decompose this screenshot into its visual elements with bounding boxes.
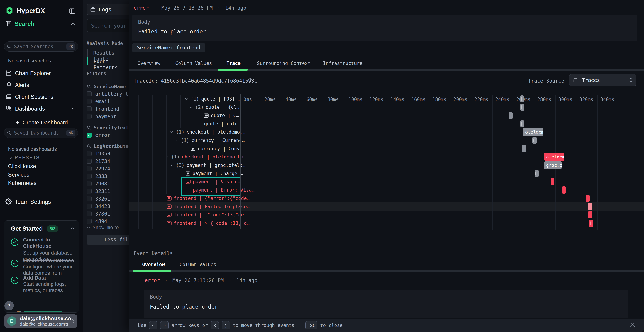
sidebar-item-clickhouse[interactable]: ClickHouse bbox=[8, 163, 36, 170]
filter-item[interactable]: 2333 bbox=[86, 172, 132, 180]
span-bar[interactable] bbox=[562, 186, 566, 194]
saved-dashboards-input[interactable]: Saved Dashboards ⌘K bbox=[4, 128, 78, 138]
span-tree-row[interactable]: frontend | {"error":{"code… bbox=[167, 194, 250, 202]
checkbox[interactable] bbox=[86, 196, 92, 201]
mode-event-patterns[interactable]: Event Patterns bbox=[94, 59, 132, 70]
event-details-tab-column-values[interactable]: Column Values bbox=[180, 262, 216, 267]
span-tree-row[interactable]: payment | Charge … bbox=[185, 170, 243, 178]
span-bar-labeled[interactable]: grpc.o bbox=[544, 161, 562, 169]
chevron-down-icon[interactable] bbox=[8, 157, 12, 160]
tab-trace[interactable]: Trace bbox=[226, 60, 240, 66]
span-bar[interactable] bbox=[520, 104, 524, 111]
span-bar[interactable] bbox=[520, 120, 524, 127]
span-tree-row[interactable]: frontend | {"code":13,"det… bbox=[167, 211, 250, 219]
collapse-sidebar-icon[interactable] bbox=[69, 8, 76, 14]
close-icon[interactable] bbox=[629, 321, 636, 328]
span-bar-labeled[interactable]: oteldem bbox=[544, 153, 564, 161]
span-tree-row[interactable]: (3)payment | grpc.oteld… bbox=[170, 161, 246, 169]
filter-item[interactable]: artillery-loa bbox=[86, 90, 132, 98]
tab-column-values[interactable]: Column Values bbox=[175, 60, 212, 66]
checkbox[interactable] bbox=[86, 99, 92, 104]
show-more-button[interactable]: Show more bbox=[86, 225, 119, 230]
checkbox[interactable] bbox=[86, 114, 92, 119]
span-bar[interactable] bbox=[588, 203, 592, 210]
span-tree-row[interactable]: payment | Visa ca… bbox=[186, 178, 243, 186]
span-tree-row[interactable]: currency | Conv… bbox=[190, 144, 242, 153]
sidebar-item-dashboards[interactable]: Dashboards bbox=[15, 106, 45, 112]
filter-item[interactable]: 22974 bbox=[86, 165, 132, 172]
chevron-up-icon[interactable] bbox=[70, 227, 74, 230]
span-tree-row-selected[interactable]: frontend | Failed to place… bbox=[167, 202, 250, 211]
checkbox[interactable] bbox=[86, 159, 92, 164]
span-bar[interactable] bbox=[588, 211, 592, 218]
filter-item[interactable]: 34423 bbox=[86, 202, 132, 210]
filter-item[interactable]: payment bbox=[86, 113, 132, 120]
filter-group-header[interactable]: LogAttributes bbox=[86, 142, 132, 150]
checkbox[interactable] bbox=[86, 166, 92, 171]
span-bar[interactable] bbox=[520, 95, 524, 102]
span-bar[interactable] bbox=[586, 195, 590, 202]
chevron-up-icon[interactable] bbox=[71, 22, 76, 26]
checkbox[interactable] bbox=[86, 189, 92, 194]
span-bar[interactable] bbox=[551, 178, 554, 185]
saved-searches-input[interactable]: Saved Searches ⌘K bbox=[4, 42, 78, 52]
filter-item[interactable]: 4894 bbox=[86, 218, 132, 225]
checkbox[interactable] bbox=[86, 151, 92, 156]
source-select[interactable]: Logs bbox=[86, 4, 132, 15]
span-bar[interactable] bbox=[589, 220, 593, 227]
span-tree-row[interactable]: quote | calc… bbox=[204, 120, 240, 128]
checkbox[interactable] bbox=[86, 211, 92, 216]
filter-item[interactable]: 19350 bbox=[86, 150, 132, 158]
filter-item[interactable]: email bbox=[86, 98, 132, 105]
filter-item[interactable]: 37801 bbox=[86, 210, 132, 218]
dot-separator: · bbox=[154, 5, 156, 11]
filter-item[interactable]: 21734 bbox=[86, 158, 132, 165]
event-search-input[interactable]: Search your ev bbox=[86, 19, 132, 32]
span-tree-row[interactable]: (1)checkout | oteldemo.… bbox=[170, 128, 246, 136]
span-bar-labeled[interactable]: oteldem bbox=[523, 128, 543, 136]
service-name-chip[interactable]: ServiceName: frontend bbox=[132, 44, 205, 52]
span-bar[interactable] bbox=[532, 137, 537, 144]
checkbox[interactable] bbox=[86, 106, 92, 112]
span-tree-row[interactable]: frontend | × {"code":13,"d… bbox=[167, 219, 250, 227]
span-tree-row[interactable]: (2)quote | {cl… bbox=[189, 103, 239, 111]
filter-group-header[interactable]: SeverityText bbox=[86, 124, 132, 131]
checkbox[interactable] bbox=[86, 204, 92, 209]
sidebar-item-alerts[interactable]: Alerts bbox=[15, 82, 29, 88]
filter-item[interactable]: error bbox=[86, 131, 132, 139]
sidebar-item-search[interactable]: Search bbox=[15, 20, 34, 27]
checkbox[interactable] bbox=[86, 92, 92, 96]
filter-item[interactable]: 29081 bbox=[86, 180, 132, 188]
sidebar-item-team-settings[interactable]: Team Settings bbox=[15, 198, 51, 205]
help-button[interactable]: ? bbox=[4, 301, 14, 310]
tab-overview[interactable]: Overview bbox=[138, 60, 160, 66]
checkbox[interactable] bbox=[86, 174, 92, 179]
tab-infrastructure[interactable]: Infrastructure bbox=[323, 60, 362, 66]
checkbox-checked[interactable] bbox=[86, 132, 92, 138]
span-tree-row[interactable]: (1)currency | Currenc… bbox=[174, 136, 244, 144]
span-tree-row[interactable]: quote | C… bbox=[204, 112, 239, 120]
user-menu[interactable]: D dale@clickhouse.com dale@clickhouse.co… bbox=[4, 314, 77, 328]
checkbox[interactable] bbox=[86, 181, 92, 186]
trace-source-select[interactable]: Traces bbox=[569, 74, 636, 86]
sidebar-item-kubernetes[interactable]: Kubernetes bbox=[8, 180, 36, 186]
checkbox[interactable] bbox=[86, 219, 92, 224]
filter-group-header[interactable]: ServiceName bbox=[86, 83, 132, 90]
sidebar-item-services[interactable]: Services bbox=[8, 172, 29, 178]
sidebar-item-client-sessions[interactable]: Client Sessions bbox=[15, 94, 53, 100]
span-bar[interactable] bbox=[534, 170, 539, 177]
presets-section-label[interactable]: PRESETS bbox=[15, 155, 40, 160]
filter-item[interactable]: 32311 bbox=[86, 188, 132, 195]
edit-pencil-icon[interactable] bbox=[246, 77, 252, 83]
sidebar-item-chart-explorer[interactable]: Chart Explorer bbox=[15, 70, 51, 76]
event-details-tab-overview[interactable]: Overview bbox=[142, 262, 165, 267]
span-bar[interactable] bbox=[522, 145, 526, 152]
span-tree-row[interactable]: (1)checkout | oteldemo.Pa… bbox=[165, 153, 246, 161]
tab-surrounding-context[interactable]: Surrounding Context bbox=[257, 60, 310, 66]
filter-item[interactable]: 33261 bbox=[86, 195, 132, 202]
filter-item[interactable]: frontend bbox=[86, 105, 132, 113]
chevron-up-icon[interactable] bbox=[71, 107, 76, 110]
span-tree-row[interactable]: (1)quote | POST … bbox=[184, 95, 240, 103]
create-dashboard-button[interactable]: Create Dashboard bbox=[22, 120, 68, 126]
span-bar[interactable] bbox=[509, 112, 512, 119]
